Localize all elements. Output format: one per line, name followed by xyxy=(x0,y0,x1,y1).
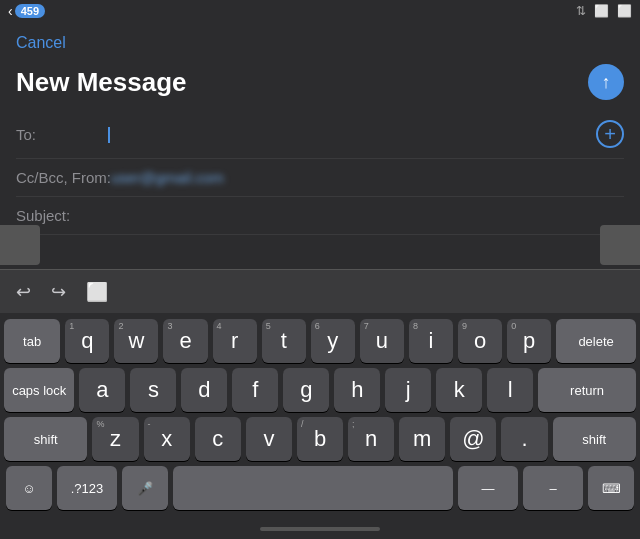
keyboard-rows: tab 1q 2w 3e 4r 5t 6y 7u 8i 9o 0p delete… xyxy=(0,313,640,519)
mic-icon: 🎤 xyxy=(137,481,153,496)
key-a[interactable]: a xyxy=(79,368,125,412)
key-n[interactable]: ;n xyxy=(348,417,394,461)
from-email: user@gmail.com xyxy=(111,169,624,186)
key-b[interactable]: /b xyxy=(297,417,343,461)
cc-label: Cc/Bcc, From: xyxy=(16,169,111,186)
key-u[interactable]: 7u xyxy=(360,319,404,363)
microphone-key[interactable]: 🎤 xyxy=(122,466,168,510)
subject-label: Subject: xyxy=(16,207,106,224)
key-e[interactable]: 3e xyxy=(163,319,207,363)
cc-field-row: Cc/Bcc, From: user@gmail.com xyxy=(16,159,624,197)
paste-button[interactable]: ⬜ xyxy=(80,277,114,307)
key-row-4: ☺ .?123 🎤 — – ⌨ xyxy=(4,466,636,510)
key-z[interactable]: %z xyxy=(92,417,138,461)
right-handle xyxy=(600,225,640,265)
key-d[interactable]: d xyxy=(181,368,227,412)
key-i[interactable]: 8i xyxy=(409,319,453,363)
key-p[interactable]: 0p xyxy=(507,319,551,363)
key-j[interactable]: j xyxy=(385,368,431,412)
shift-key-right[interactable]: shift xyxy=(553,417,636,461)
keyboard-icon: ⌨ xyxy=(602,481,621,496)
return-key[interactable]: return xyxy=(538,368,636,412)
key-row-1: tab 1q 2w 3e 4r 5t 6y 7u 8i 9o 0p delete xyxy=(4,319,636,363)
key-h[interactable]: h xyxy=(334,368,380,412)
send-button[interactable]: ↑ xyxy=(588,64,624,100)
wifi-icon: ⇅ xyxy=(576,4,586,18)
key-r[interactable]: 4r xyxy=(213,319,257,363)
undo-button[interactable]: ↩ xyxy=(10,277,37,307)
key-m[interactable]: m xyxy=(399,417,445,461)
key-w[interactable]: 2w xyxy=(114,319,158,363)
add-recipient-button[interactable]: + xyxy=(596,120,624,148)
page-title: New Message xyxy=(16,67,187,98)
compose-icon: ⬜ xyxy=(617,4,632,18)
compose-header: Cancel New Message ↑ To: + Cc/Bcc, From:… xyxy=(0,22,640,235)
header-row: New Message ↑ xyxy=(16,56,624,110)
back-button[interactable]: ‹ 459 xyxy=(8,3,45,19)
key-v[interactable]: v xyxy=(246,417,292,461)
home-indicator xyxy=(0,519,640,539)
keyboard-icon-key[interactable]: ⌨ xyxy=(588,466,634,510)
key-y[interactable]: 6y xyxy=(311,319,355,363)
to-input[interactable] xyxy=(106,125,596,143)
key-row-2: caps lock a s d f g h j k l return xyxy=(4,368,636,412)
to-label: To: xyxy=(16,126,106,143)
to-field-row: To: + xyxy=(16,110,624,159)
key-g[interactable]: g xyxy=(283,368,329,412)
mail-badge: 459 xyxy=(15,4,45,18)
key-k[interactable]: k xyxy=(436,368,482,412)
back-chevron-icon: ‹ xyxy=(8,3,13,19)
text-cursor xyxy=(108,127,110,143)
battery-icon: ⬜ xyxy=(594,4,609,18)
status-icons: ⇅ ⬜ ⬜ xyxy=(576,0,632,22)
caps-lock-key[interactable]: caps lock xyxy=(4,368,74,412)
send-arrow-icon: ↑ xyxy=(602,73,611,91)
en-dash-key[interactable]: – xyxy=(523,466,583,510)
key-period[interactable]: . xyxy=(501,417,547,461)
status-bar: ‹ 459 ⇅ ⬜ ⬜ xyxy=(0,0,640,22)
tab-key[interactable]: tab xyxy=(4,319,60,363)
subject-field-row: Subject: xyxy=(16,197,624,234)
left-handle xyxy=(0,225,40,265)
num-switch-key[interactable]: .?123 xyxy=(57,466,117,510)
emoji-key[interactable]: ☺ xyxy=(6,466,52,510)
key-at[interactable]: @ xyxy=(450,417,496,461)
keyboard-toolbar: ↩ ↪ ⬜ xyxy=(0,269,640,313)
key-l[interactable]: l xyxy=(487,368,533,412)
key-row-3: shift %z -x c v /b ;n m @ . shift xyxy=(4,417,636,461)
key-c[interactable]: c xyxy=(195,417,241,461)
keyboard: ↩ ↪ ⬜ tab 1q 2w 3e 4r 5t 6y 7u 8i 9o 0p … xyxy=(0,269,640,539)
key-x[interactable]: -x xyxy=(144,417,190,461)
home-bar xyxy=(260,527,380,531)
key-s[interactable]: s xyxy=(130,368,176,412)
key-q[interactable]: 1q xyxy=(65,319,109,363)
spacebar-key[interactable] xyxy=(173,466,453,510)
delete-key[interactable]: delete xyxy=(556,319,636,363)
em-dash-key[interactable]: — xyxy=(458,466,518,510)
key-f[interactable]: f xyxy=(232,368,278,412)
redo-button[interactable]: ↪ xyxy=(45,277,72,307)
key-o[interactable]: 9o xyxy=(458,319,502,363)
key-t[interactable]: 5t xyxy=(262,319,306,363)
shift-key-left[interactable]: shift xyxy=(4,417,87,461)
cancel-button[interactable]: Cancel xyxy=(16,30,66,56)
